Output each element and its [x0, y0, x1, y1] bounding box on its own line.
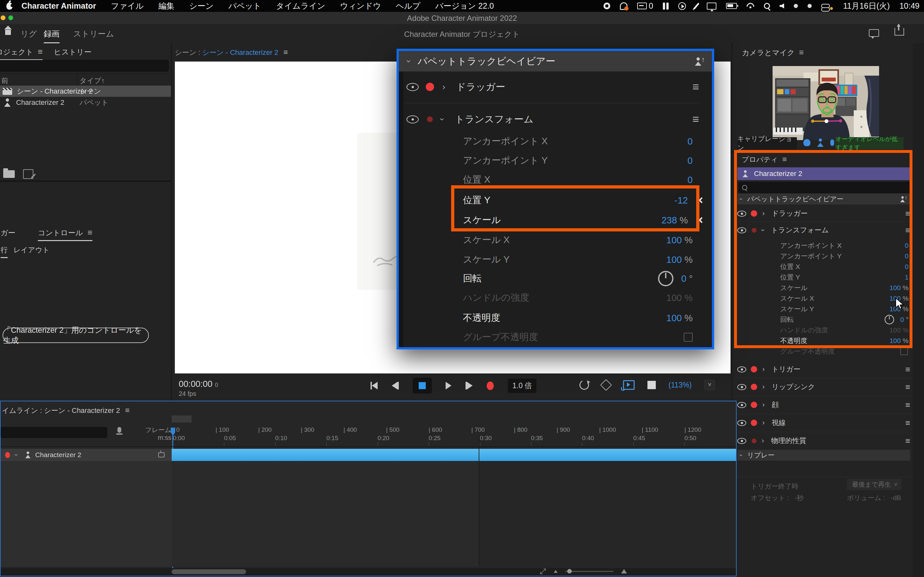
menu-window[interactable]: ウィンドウ	[340, 1, 381, 11]
menu-edit[interactable]: 編集	[158, 1, 174, 11]
timeline-track-bar[interactable]	[172, 449, 737, 461]
param-row[interactable]: 位置 X0	[780, 261, 909, 272]
battery-icon[interactable]	[726, 3, 737, 9]
play-status-icon[interactable]	[678, 2, 686, 10]
chevron-right-icon[interactable]: ›	[762, 210, 764, 217]
pen-icon[interactable]	[693, 3, 699, 10]
selected-puppet-row[interactable]: Characterizer 2	[737, 167, 911, 180]
comment-icon[interactable]	[869, 29, 879, 37]
loop-icon[interactable]	[578, 379, 590, 391]
fit-timeline-icon[interactable]: ⤢	[540, 567, 546, 576]
status-dot-icon[interactable]	[794, 4, 798, 8]
chevron-down-icon[interactable]: ›	[438, 118, 447, 121]
param-row[interactable]: 位置 X0	[463, 170, 693, 189]
controls-menu-icon[interactable]: ≡	[87, 227, 92, 237]
timeline-zoom-slider[interactable]	[565, 571, 614, 572]
arm-record-dot[interactable]	[752, 228, 756, 233]
overlay-header[interactable]: › パペットトラックビヘイビアー	[399, 51, 712, 71]
timeline-track-header[interactable]: › Characterizer 2	[1, 449, 172, 461]
stop-button[interactable]	[413, 378, 431, 393]
row-menu-icon[interactable]: ≡	[905, 437, 910, 445]
behavior-section-header[interactable]: › パペットトラックビヘイビアー	[737, 193, 910, 205]
body-tracking-icon[interactable]	[817, 139, 824, 147]
volume-icon[interactable]	[780, 3, 784, 9]
eye-icon[interactable]	[407, 115, 419, 123]
tab-controls[interactable]: コントロール≡	[38, 228, 92, 238]
arm-record-dot[interactable]	[751, 366, 757, 372]
subtab-layout[interactable]: レイアウト	[13, 245, 50, 255]
chevron-down-icon[interactable]: ›	[759, 229, 766, 231]
reset-param-icon[interactable]: ×	[696, 195, 703, 206]
chevron-right-icon[interactable]: ›	[762, 366, 764, 373]
behavior-row-transform[interactable]: › トランスフォーム ≡	[407, 110, 699, 129]
new-folder-icon[interactable]	[3, 170, 15, 178]
behavior-row-lipsync[interactable]: › リップシンク≡	[737, 379, 910, 395]
generate-controls-button[interactable]: 「Characterizer 2」用のコントロールを生成	[3, 327, 149, 343]
properties-menu-icon[interactable]: ≡	[782, 155, 787, 163]
param-row[interactable]: 位置 Y1	[780, 272, 909, 282]
row-menu-icon[interactable]: ≡	[905, 383, 910, 391]
row-menu-icon[interactable]: ≡	[905, 226, 910, 234]
eye-icon[interactable]	[737, 211, 746, 217]
param-row[interactable]: グループ不透明度	[463, 327, 693, 347]
zoom-dropdown[interactable]: ˅	[704, 380, 715, 390]
menubar-time[interactable]: 10:49	[899, 1, 919, 11]
zoom-out-icon[interactable]	[554, 570, 557, 573]
menu-scene[interactable]: シーン	[189, 1, 214, 11]
project-search-input[interactable]	[0, 60, 169, 71]
rotation-dial-icon[interactable]	[658, 271, 674, 286]
param-row[interactable]: アンカーポイント Y0	[463, 151, 693, 170]
menu-file[interactable]: ファイル	[111, 1, 144, 11]
previous-frame-button[interactable]	[392, 382, 399, 390]
tab-history[interactable]: ヒストリー	[54, 47, 91, 57]
timecode[interactable]: 00:00:00 0	[179, 379, 218, 389]
replay-section-header[interactable]: › リプレー	[737, 450, 910, 461]
behavior-row-dragger[interactable]: › ドラッガー ≡	[737, 206, 910, 221]
param-row[interactable]: スケール100 %	[780, 282, 909, 293]
zoom-slider-knob[interactable]	[567, 569, 572, 574]
apple-menu-icon[interactable]	[6, 3, 13, 10]
behavior-row-trigger[interactable]: › トリガー≡	[737, 361, 910, 377]
work-area-handle[interactable]	[172, 416, 192, 422]
track-mute-icon[interactable]	[116, 426, 124, 436]
tray-icon[interactable]	[637, 3, 647, 9]
chevron-right-icon[interactable]: ›	[762, 401, 764, 408]
param-row-rotation[interactable]: 回転0 °	[780, 314, 909, 325]
eye-icon[interactable]	[737, 366, 746, 372]
arm-record-dot[interactable]	[751, 384, 757, 390]
arm-record-dot[interactable]	[427, 116, 433, 122]
param-row[interactable]: 不透明度100 %	[780, 335, 909, 346]
zoom-in-icon[interactable]	[621, 569, 627, 574]
properties-search-input[interactable]	[738, 182, 911, 193]
safe-area-icon[interactable]	[648, 381, 656, 389]
arm-record-dot[interactable]	[751, 420, 757, 426]
eye-icon[interactable]	[737, 438, 746, 444]
row-menu-icon[interactable]: ≡	[905, 365, 910, 374]
chevron-right-icon[interactable]: ›	[762, 384, 764, 390]
wifi-icon[interactable]	[746, 2, 754, 10]
zoom-level[interactable]: (113%)	[669, 381, 692, 390]
row-menu-icon[interactable]: ≡	[905, 419, 910, 427]
row-menu-icon[interactable]: ≡	[692, 81, 699, 93]
chevron-right-icon[interactable]: ›	[443, 83, 445, 91]
arm-record-dot[interactable]	[751, 210, 757, 217]
chevron-down-icon[interactable]: ›	[13, 454, 20, 456]
project-column-header[interactable]: 前 タイプ↑	[0, 74, 171, 86]
param-row[interactable]: 不透明度100 %	[463, 308, 693, 327]
param-row-scale[interactable]: スケール238 %×	[463, 211, 703, 230]
timeline-search-input[interactable]	[1, 427, 107, 438]
behavior-row-transform[interactable]: › トランスフォーム ≡	[737, 223, 910, 237]
param-row[interactable]: アンカーポイント X0	[463, 132, 693, 151]
playback-speed[interactable]: 1.0 倍	[508, 379, 536, 393]
param-row[interactable]: スケール Y100 %	[780, 303, 909, 314]
display-mirroring-icon[interactable]	[707, 3, 716, 10]
subtab-row[interactable]: 行	[1, 245, 8, 255]
menu-timeline[interactable]: タイムライン	[276, 1, 325, 11]
menu-app[interactable]: Character Animator	[21, 1, 96, 11]
timeline-menu-icon[interactable]: ≡	[125, 406, 129, 414]
go-to-start-button[interactable]	[371, 382, 378, 390]
project-row-scene[interactable]: シーン - Characterizer 2 シーン	[0, 85, 171, 97]
camera-input-icon[interactable]	[803, 139, 811, 146]
eye-icon[interactable]	[737, 227, 746, 234]
arm-record-dot[interactable]	[5, 452, 10, 458]
